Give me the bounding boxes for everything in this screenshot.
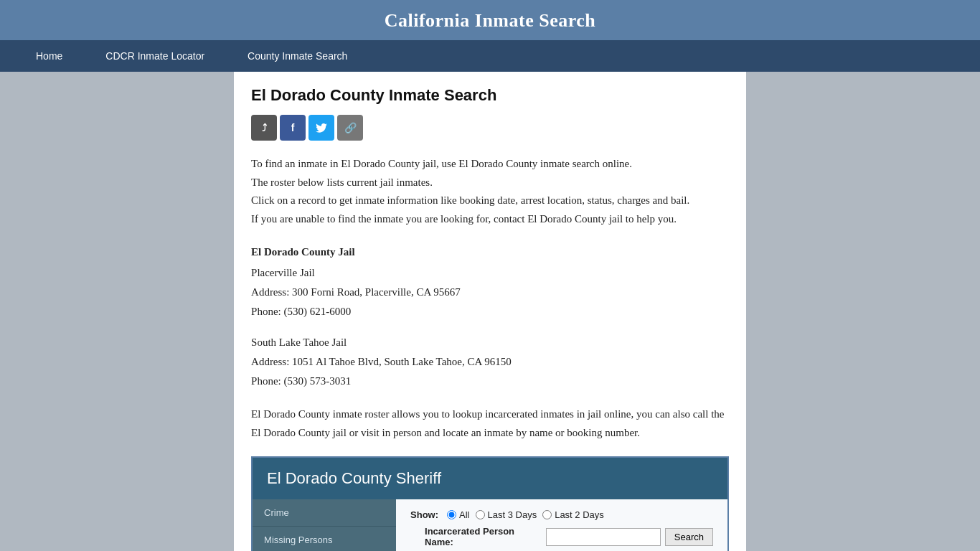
nav-cdcr[interactable]: CDCR Inmate Locator	[84, 40, 226, 72]
nav-home[interactable]: Home	[14, 40, 84, 72]
sheriff-main: Show: All Last 3 Days Las	[396, 499, 727, 551]
copy-link-button[interactable]: 🔗	[337, 115, 363, 141]
radio-last2[interactable]: Last 2 Days	[542, 509, 604, 520]
outer-left-sidebar	[0, 72, 83, 551]
jail-entry-1: Placerville Jail Address: 300 Forni Road…	[251, 263, 729, 321]
bottom-desc-text: El Dorado County inmate roster allows yo…	[251, 405, 729, 442]
sheriff-sidebar: Crime Missing Persons Incarcerated Peopl…	[253, 499, 396, 551]
sidebar-item-crime[interactable]: Crime	[253, 499, 396, 527]
desc-line-3: Click on a record to get inmate informat…	[251, 192, 729, 210]
sheriff-body: Crime Missing Persons Incarcerated Peopl…	[253, 499, 727, 551]
jail-2-address: Address: 1051 Al Tahoe Blvd, South Lake …	[251, 352, 729, 372]
sheriff-header: El Dorado County Sheriff	[253, 458, 727, 499]
show-label: Show:	[410, 509, 438, 520]
show-row: Show: All Last 3 Days Las	[410, 509, 713, 547]
radio-last3[interactable]: Last 3 Days	[476, 509, 537, 520]
jail-2-name: South Lake Tahoe Jail	[251, 333, 729, 352]
jail-1-phone: Phone: (530) 621-6000	[251, 302, 729, 321]
sheriff-title: El Dorado County Sheriff	[267, 469, 441, 487]
name-search-group: Incarcerated Person Name: Search	[425, 526, 713, 547]
bottom-description: El Dorado County inmate roster allows yo…	[251, 405, 729, 442]
facebook-button[interactable]: f	[280, 115, 306, 141]
main-nav: Home CDCR Inmate Locator County Inmate S…	[0, 40, 980, 72]
share-button[interactable]: ⤴	[251, 115, 277, 141]
social-buttons: ⤴ f 🔗	[251, 115, 729, 141]
jail-1-address: Address: 300 Forni Road, Placerville, CA…	[251, 283, 729, 302]
radio-all[interactable]: All	[447, 509, 469, 520]
jail-1-name: Placerville Jail	[251, 263, 729, 283]
jail-2-phone: Phone: (530) 573-3031	[251, 372, 729, 391]
desc-line-2: The roster below lists current jail inma…	[251, 174, 729, 192]
jail-section-title: El Dorado County Jail	[251, 242, 729, 262]
main-content: El Dorado County Inmate Search ⤴ f 🔗 To …	[234, 72, 746, 551]
description-block: To find an inmate in El Dorado County ja…	[251, 155, 729, 228]
sheriff-widget: El Dorado County Sheriff Crime Missing P…	[251, 456, 729, 551]
page-heading: El Dorado County Inmate Search	[251, 86, 729, 105]
site-title: California Inmate Search	[385, 10, 596, 31]
outer-right-sidebar	[897, 72, 980, 551]
site-header: California Inmate Search	[0, 0, 980, 40]
search-button[interactable]: Search	[665, 528, 713, 546]
name-search-input[interactable]	[546, 528, 661, 546]
nav-county[interactable]: County Inmate Search	[226, 40, 369, 72]
name-search-label: Incarcerated Person Name:	[425, 526, 542, 547]
twitter-button[interactable]	[308, 115, 334, 141]
sidebar-item-missing[interactable]: Missing Persons	[253, 527, 396, 551]
jail-entry-2: South Lake Tahoe Jail Address: 1051 Al T…	[251, 333, 729, 391]
desc-line-4: If you are unable to find the inmate you…	[251, 210, 729, 229]
desc-line-1: To find an inmate in El Dorado County ja…	[251, 155, 729, 174]
jail-info: El Dorado County Jail Placerville Jail A…	[251, 242, 729, 391]
